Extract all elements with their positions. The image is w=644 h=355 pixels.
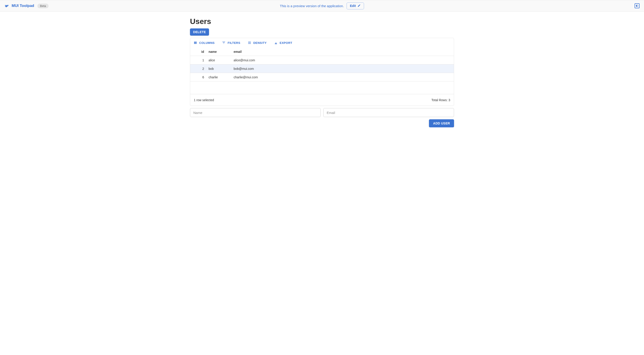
col-header-id[interactable]: id (192, 50, 206, 54)
cell-email: charlie@mui.com (232, 76, 452, 79)
table-row[interactable]: 1alicealice@mui.com (190, 56, 454, 64)
pencil-icon (358, 4, 361, 8)
contrast-icon (636, 5, 638, 7)
total-rows: Total Rows: 3 (432, 98, 450, 102)
table-row[interactable]: 6charliecharlie@mui.com (190, 73, 454, 82)
filter-icon (222, 41, 226, 45)
preview-message: This is a preview version of the applica… (280, 4, 344, 8)
filters-button[interactable]: FILTERS (220, 40, 242, 46)
grid-rows: 1alicealice@mui.com2bobbob@mui.com6charl… (190, 56, 454, 94)
add-user-button[interactable]: ADD USER (429, 119, 454, 127)
export-label: EXPORT (280, 41, 292, 44)
cell-id: 1 (192, 58, 206, 62)
table-row[interactable]: 2bobbob@mui.com (190, 64, 454, 73)
page-title: Users (190, 17, 454, 26)
edit-button-label: Edit (350, 4, 356, 8)
cell-id: 2 (192, 67, 206, 70)
main-content: Users DELETE COLUMNS FILTERS DENSITY (190, 12, 454, 127)
columns-button[interactable]: COLUMNS (192, 40, 216, 46)
grid-toolbar: COLUMNS FILTERS DENSITY EXPORT (190, 38, 454, 48)
theme-toggle-button[interactable] (634, 3, 640, 8)
delete-button[interactable]: DELETE (190, 28, 209, 36)
cell-name: bob (206, 67, 232, 70)
export-icon (274, 41, 278, 45)
filters-label: FILTERS (228, 41, 240, 44)
brand-name: MUI Toolpad (12, 4, 34, 8)
header-center: This is a preview version of the applica… (280, 2, 364, 10)
edit-button[interactable]: Edit (346, 2, 364, 10)
cell-name: alice (206, 58, 232, 62)
grid-column-headers: id name email (190, 48, 454, 56)
col-header-name[interactable]: name (206, 50, 232, 54)
brand[interactable]: MUI Toolpad Beta (4, 3, 48, 8)
beta-badge: Beta (37, 4, 49, 8)
name-input[interactable] (190, 108, 321, 117)
density-icon (248, 41, 252, 45)
brand-logo-icon (4, 3, 10, 8)
header-right (634, 3, 640, 8)
col-header-email[interactable]: email (232, 50, 452, 54)
app-header: MUI Toolpad Beta This is a preview versi… (0, 0, 644, 12)
density-button[interactable]: DENSITY (246, 40, 268, 46)
selected-count: 1 row selected (194, 98, 214, 102)
grid-footer: 1 row selected Total Rows: 3 (190, 94, 454, 106)
cell-id: 6 (192, 76, 206, 79)
density-label: DENSITY (253, 41, 267, 44)
columns-label: COLUMNS (199, 41, 214, 44)
export-button[interactable]: EXPORT (272, 40, 294, 46)
data-grid: COLUMNS FILTERS DENSITY EXPORT (190, 38, 454, 106)
add-user-row: ADD USER (190, 119, 454, 127)
cell-name: charlie (206, 76, 232, 79)
columns-icon (193, 41, 197, 45)
cell-email: bob@mui.com (232, 67, 452, 70)
cell-email: alice@mui.com (232, 58, 452, 62)
input-row (190, 108, 454, 117)
email-input[interactable] (323, 108, 454, 117)
